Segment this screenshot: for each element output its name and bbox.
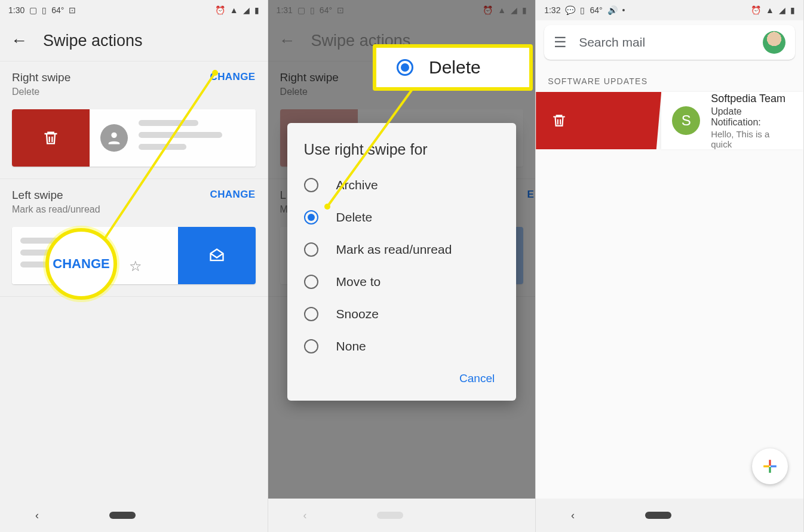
dialog-title: Use right swipe for	[287, 141, 517, 169]
trash-icon	[551, 112, 567, 129]
dot-icon: •	[622, 5, 625, 15]
right-swipe-value: Delete	[12, 87, 70, 97]
signal-icon: ◢	[243, 5, 250, 15]
status-bar: 1:30 ▢ ▯ 64° ⊡ ⏰ ▲ ◢ ▮	[0, 0, 268, 20]
alarm-icon: ⏰	[751, 5, 761, 15]
radio-unselected-icon	[304, 307, 318, 321]
status-time: 1:32	[544, 5, 560, 15]
screen-swipe-actions-settings: 1:30 ▢ ▯ 64° ⊡ ⏰ ▲ ◢ ▮ ← Swipe actions R…	[0, 0, 268, 532]
page-title: Swipe actions	[43, 32, 143, 50]
mail-subject: Update Notification:	[711, 106, 793, 128]
right-swipe-label: Right swipe	[12, 71, 70, 84]
left-swipe-value: Mark as read/unread	[12, 204, 100, 215]
avatar-letter: S	[682, 112, 691, 129]
sender-avatar: S	[672, 106, 700, 135]
change-right-swipe-button[interactable]: CHANGE	[210, 71, 256, 83]
option-none[interactable]: None	[287, 330, 517, 362]
alarm-icon: ⏰	[215, 5, 225, 15]
radio-unselected-icon	[304, 339, 318, 353]
android-nav-bar: ‹	[0, 499, 268, 532]
option-label: None	[336, 339, 366, 353]
star-icon: ☆	[129, 258, 142, 275]
swipe-action-blue	[178, 227, 256, 284]
callout-delete-highlight: Delete	[373, 44, 533, 91]
mail-item-swiping[interactable]: S Softpedia Team Update Notification: He…	[536, 92, 803, 149]
inbox-section-label: SOFTWARE UPDATES	[536, 64, 803, 92]
compose-fab[interactable]	[752, 448, 788, 484]
search-bar[interactable]: ☰ Search mail	[544, 25, 795, 60]
nav-home-pill[interactable]	[377, 512, 403, 519]
status-time: 1:30	[8, 5, 24, 15]
option-mark-read[interactable]: Mark as read/unread	[287, 233, 517, 266]
signal-icon: ◢	[779, 5, 785, 15]
option-delete[interactable]: Delete	[287, 201, 517, 233]
left-swipe-label: Left swipe	[12, 189, 100, 202]
option-label: Archive	[336, 178, 378, 192]
radio-unselected-icon	[304, 242, 318, 257]
radio-selected-icon	[397, 59, 413, 76]
app-bar: ← Swipe actions	[0, 20, 268, 61]
callout-delete-label: Delete	[429, 57, 481, 78]
dialog-cancel-button[interactable]: Cancel	[287, 362, 517, 396]
wifi-icon: ▲	[230, 5, 238, 15]
svg-point-0	[111, 133, 116, 138]
search-placeholder: Search mail	[579, 35, 751, 50]
image-icon: ▢	[29, 5, 37, 15]
profile-avatar[interactable]	[763, 31, 785, 54]
swipe-action-red	[12, 109, 90, 167]
nav-back-icon[interactable]: ‹	[35, 509, 39, 522]
radio-unselected-icon	[304, 178, 318, 192]
nav-back-icon[interactable]: ‹	[303, 509, 307, 522]
plus-multicolor-icon	[762, 459, 778, 474]
option-move-to[interactable]: Move to	[287, 266, 517, 298]
placeholder-lines	[139, 120, 222, 156]
section-right-swipe: Right swipe Delete CHANGE	[0, 61, 268, 179]
option-snooze[interactable]: Snooze	[287, 298, 517, 330]
voice-icon: 🔊	[607, 5, 618, 15]
option-archive[interactable]: Archive	[287, 169, 517, 201]
svg-rect-2	[769, 467, 771, 473]
mail-from: Softpedia Team	[711, 93, 793, 105]
option-label: Mark as read/unread	[336, 242, 452, 257]
svg-rect-4	[771, 465, 777, 467]
mail-snippet: Hello, This is a quick	[711, 129, 793, 149]
android-nav-bar: ‹	[268, 499, 536, 532]
svg-rect-1	[769, 460, 771, 466]
weather-temp: 64°	[51, 5, 64, 15]
mail-text: Softpedia Team Update Notification: Hell…	[711, 93, 793, 149]
messenger-icon: 💬	[565, 5, 575, 15]
sd-icon: ▯	[42, 5, 47, 15]
swipe-delete-reveal	[536, 92, 661, 149]
sd-icon: ▯	[580, 5, 585, 15]
radio-unselected-icon	[304, 275, 318, 289]
translate-icon: ⊡	[69, 5, 76, 15]
mail-item[interactable]: S Softpedia Team Update Notification: He…	[661, 92, 803, 149]
screen-gmail-inbox: 1:32 💬 ▯ 64° 🔊 • ⏰ ▲ ◢ ▮ ☰ Search mail S…	[536, 0, 804, 532]
swipe-action-dialog: Use right swipe for Archive Delete Mark …	[287, 123, 517, 401]
weather-temp: 64°	[590, 5, 602, 15]
wifi-icon: ▲	[766, 5, 774, 15]
back-arrow-icon[interactable]: ←	[11, 31, 27, 50]
avatar-icon	[100, 124, 128, 152]
option-label: Snooze	[336, 307, 379, 321]
battery-icon: ▮	[790, 5, 795, 15]
nav-home-pill[interactable]	[109, 512, 136, 519]
option-label: Move to	[336, 275, 381, 289]
preview-mail-row	[90, 109, 256, 167]
android-nav-bar: ‹	[536, 499, 803, 532]
nav-back-icon[interactable]: ‹	[571, 509, 575, 522]
change-left-swipe-button[interactable]: CHANGE	[210, 189, 256, 201]
radio-selected-icon	[304, 210, 318, 225]
option-label: Delete	[336, 210, 373, 225]
status-bar: 1:32 💬 ▯ 64° 🔊 • ⏰ ▲ ◢ ▮	[536, 0, 803, 20]
hamburger-icon[interactable]: ☰	[554, 34, 567, 51]
mail-open-icon	[208, 247, 226, 264]
battery-icon: ▮	[254, 5, 259, 15]
svg-rect-3	[763, 465, 769, 467]
nav-home-pill[interactable]	[645, 512, 671, 519]
trash-icon	[42, 129, 59, 147]
right-swipe-preview	[12, 109, 256, 167]
callout-change-highlight: CHANGE	[45, 228, 117, 300]
section-left-swipe: Left swipe Mark as read/unread CHANGE ☆	[0, 179, 268, 297]
callout-change-label: CHANGE	[53, 256, 109, 272]
